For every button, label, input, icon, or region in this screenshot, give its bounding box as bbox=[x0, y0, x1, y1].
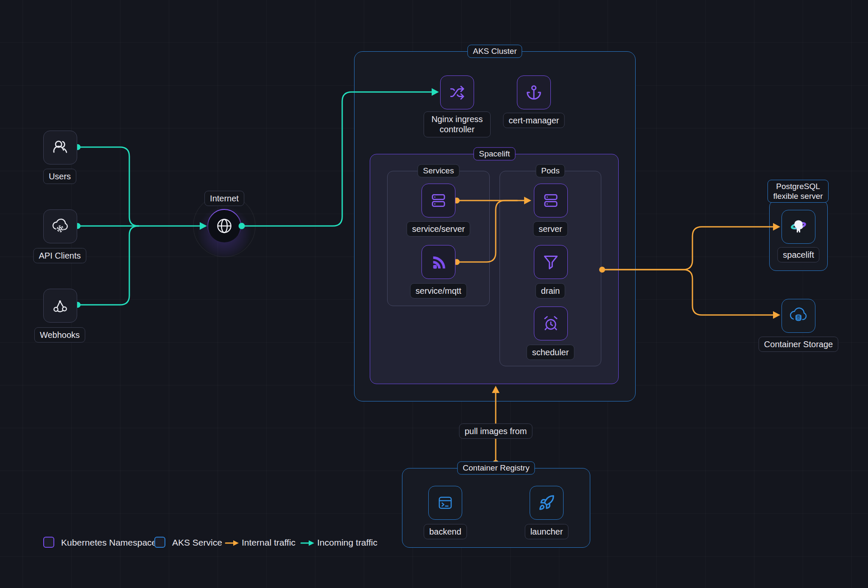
spacelift-namespace-label: Spacelift bbox=[474, 147, 516, 160]
pg-spacelift-node bbox=[781, 210, 815, 244]
webhooks-node bbox=[43, 289, 77, 323]
legend-namespace-swatch bbox=[43, 537, 54, 548]
cert-manager-node bbox=[517, 75, 551, 109]
pull-images-label: pull images from bbox=[459, 424, 533, 439]
services-label: Services bbox=[418, 164, 460, 177]
arrowhead-nginx bbox=[432, 88, 439, 96]
edge-webhooks-internet bbox=[78, 226, 139, 305]
terminal-icon bbox=[435, 493, 455, 513]
incoming-traffic-edges bbox=[78, 92, 433, 305]
nginx-label: Nginx ingress controller bbox=[424, 111, 491, 137]
webhooks-label: Webhooks bbox=[34, 327, 85, 343]
pod-drain-node bbox=[534, 245, 568, 279]
pods-label: Pods bbox=[536, 164, 565, 177]
nginx-ingress-node bbox=[440, 75, 474, 109]
postgresql-label: PostgreSQL flexible server bbox=[768, 180, 829, 203]
launcher-label: launcher bbox=[525, 524, 569, 539]
edge-users-internet bbox=[78, 147, 139, 226]
legend-aks-label: AKS Service bbox=[172, 538, 222, 548]
cloud-gear-icon bbox=[50, 217, 70, 236]
legend-internal-arrow-icon bbox=[225, 539, 240, 547]
pod-server-node bbox=[534, 184, 568, 217]
backend-node bbox=[428, 486, 462, 520]
legend-incoming-label: Incoming traffic bbox=[317, 538, 377, 548]
api-clients-label: API Clients bbox=[33, 248, 87, 263]
arrowhead-pullimages bbox=[492, 386, 500, 393]
server-icon bbox=[427, 189, 449, 212]
service-mqtt-node bbox=[421, 245, 455, 279]
arrowhead-storage bbox=[773, 311, 780, 319]
legend-incoming-arrow-icon bbox=[300, 539, 315, 547]
pod-server-label: server bbox=[533, 221, 568, 237]
spacelift-mascot-icon bbox=[788, 216, 809, 237]
container-storage-node bbox=[781, 299, 815, 333]
legend-internal-label: Internal traffic bbox=[242, 538, 296, 548]
arrowhead-podserver bbox=[524, 197, 531, 204]
anchor-icon bbox=[524, 83, 544, 102]
aks-cluster-label: AKS Cluster bbox=[467, 45, 522, 58]
backend-label: backend bbox=[424, 524, 467, 539]
edge-internet-nginx bbox=[242, 92, 433, 226]
legend-namespace-label: Kubernetes Namespaces bbox=[61, 538, 161, 548]
container-registry-label: Container Registry bbox=[457, 461, 535, 474]
funnel-icon bbox=[540, 251, 562, 273]
cloud-database-icon bbox=[788, 305, 809, 326]
service-mqtt-label: service/mqtt bbox=[410, 283, 467, 298]
edge-pods-postgres bbox=[602, 227, 773, 270]
arrowhead-postgres bbox=[773, 223, 780, 231]
rocket-icon bbox=[536, 493, 557, 513]
container-storage-label: Container Storage bbox=[759, 337, 838, 352]
alarm-clock-icon bbox=[540, 312, 562, 334]
webhook-icon bbox=[50, 296, 70, 315]
users-label: Users bbox=[43, 169, 76, 184]
dot-internet-out bbox=[239, 223, 245, 229]
pod-scheduler-node bbox=[534, 307, 568, 340]
launcher-node bbox=[530, 486, 564, 520]
edge-pods-storage bbox=[602, 270, 773, 315]
users-icon bbox=[50, 138, 70, 157]
dot-pods-out bbox=[599, 267, 605, 273]
users-node bbox=[43, 131, 77, 164]
pg-spacelift-label: spacelift bbox=[777, 247, 819, 262]
internet-label: Internet bbox=[204, 191, 244, 206]
legend-aks-swatch bbox=[154, 537, 165, 548]
pod-drain-label: drain bbox=[536, 283, 565, 298]
service-server-label: service/server bbox=[407, 221, 470, 237]
pod-scheduler-label: scheduler bbox=[527, 345, 575, 360]
shuffle-icon bbox=[447, 83, 467, 102]
mqtt-rss-icon bbox=[427, 251, 449, 273]
arrowhead-internet bbox=[200, 222, 207, 230]
server-icon bbox=[540, 189, 562, 212]
cert-manager-label: cert-manager bbox=[503, 113, 565, 128]
service-server-node bbox=[421, 184, 455, 217]
api-clients-node bbox=[43, 209, 77, 243]
